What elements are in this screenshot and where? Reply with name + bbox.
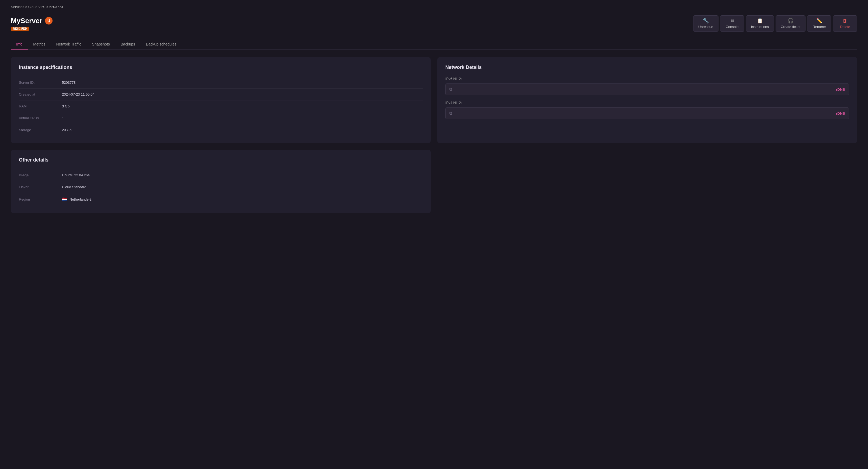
- tab-backups[interactable]: Backups: [115, 39, 141, 49]
- other-details-title: Other details: [19, 157, 423, 163]
- spec-label-created-at: Created at: [19, 92, 62, 96]
- ipv6-section: IPv6 NL-2: ⧉ rDNS: [445, 77, 849, 95]
- ipv4-section: IPv4 NL-2: ⧉ rDNS: [445, 101, 849, 119]
- ipv4-input-row: ⧉ rDNS: [445, 107, 849, 119]
- delete-button[interactable]: 🗑 Delete: [833, 15, 857, 32]
- tab-backup-schedules[interactable]: Backup schedules: [141, 39, 182, 49]
- spec-value-ram: 3 Gb: [62, 104, 69, 108]
- action-buttons: 🔧 Unrescue 🖥 Console 📋 Instructions 🎧 Cr…: [693, 15, 857, 32]
- breadcrumb: Services > Cloud VPS > 5203773: [11, 5, 857, 9]
- os-icon: U: [45, 17, 53, 25]
- spec-value-region: 🇳🇱 Netherlands-2: [62, 197, 92, 202]
- spec-label-server-id: Server ID:: [19, 80, 62, 85]
- tab-info[interactable]: Info: [11, 39, 28, 49]
- tab-snapshots[interactable]: Snapshots: [87, 39, 115, 49]
- spec-row-flavor: Flavor Cloud Standard: [19, 181, 423, 193]
- create-ticket-button[interactable]: 🎧 Create ticket: [776, 15, 806, 32]
- ipv4-rdns-button[interactable]: rDNS: [836, 111, 845, 115]
- instance-specs-card: Instance specifications Server ID: 52037…: [11, 57, 431, 143]
- netherlands-flag-icon: 🇳🇱: [62, 197, 67, 202]
- server-title-area: MyServer U RESCUED: [11, 17, 53, 31]
- spec-value-vcpus: 1: [62, 116, 64, 120]
- content-grid: Instance specifications Server ID: 52037…: [11, 57, 857, 143]
- spec-value-image: Ubuntu 22.04 x64: [62, 173, 90, 177]
- network-details-card: Network Details IPv6 NL-2: ⧉ rDNS IPv4 N…: [437, 57, 857, 143]
- tab-metrics[interactable]: Metrics: [28, 39, 51, 49]
- spec-row-vcpus: Virtual CPUs 1: [19, 112, 423, 124]
- other-details-card: Other details Image Ubuntu 22.04 x64 Fla…: [11, 150, 431, 213]
- server-title: MyServer U: [11, 17, 53, 25]
- tab-network-traffic[interactable]: Network Traffic: [51, 39, 87, 49]
- unrescue-icon: 🔧: [703, 18, 709, 23]
- spec-label-flavor: Flavor: [19, 185, 62, 189]
- status-badge: RESCUED: [11, 27, 29, 31]
- spec-value-storage: 20 Gb: [62, 128, 71, 132]
- network-details-title: Network Details: [445, 65, 849, 70]
- spec-value-created-at: 2024-07-23 11:55:04: [62, 92, 95, 96]
- spec-label-image: Image: [19, 173, 62, 177]
- instructions-icon: 📋: [757, 18, 763, 23]
- spec-row-image: Image Ubuntu 22.04 x64: [19, 169, 423, 181]
- rename-button[interactable]: ✏️ Rename: [807, 15, 831, 32]
- empty-right-col: [437, 150, 857, 213]
- main-page: Services > Cloud VPS > 5203773 MyServer …: [0, 0, 868, 224]
- ipv4-label: IPv4 NL-2:: [445, 101, 849, 105]
- console-icon: 🖥: [730, 18, 735, 23]
- spec-row-region: Region 🇳🇱 Netherlands-2: [19, 193, 423, 206]
- spec-row-created-at: Created at 2024-07-23 11:55:04: [19, 89, 423, 100]
- instructions-button[interactable]: 📋 Instructions: [746, 15, 774, 32]
- ipv6-label: IPv6 NL-2:: [445, 77, 849, 81]
- rename-icon: ✏️: [816, 18, 822, 23]
- spec-row-ram: RAM 3 Gb: [19, 100, 423, 112]
- header-row: MyServer U RESCUED 🔧 Unrescue 🖥 Console …: [11, 15, 857, 32]
- ipv6-rdns-button[interactable]: rDNS: [836, 88, 845, 92]
- spec-label-storage: Storage: [19, 128, 62, 132]
- console-button[interactable]: 🖥 Console: [720, 15, 744, 32]
- spec-label-region: Region: [19, 197, 62, 201]
- delete-icon: 🗑: [843, 18, 847, 23]
- spec-value-server-id: 5203773: [62, 80, 76, 85]
- create-ticket-icon: 🎧: [788, 18, 794, 23]
- ipv4-copy-icon[interactable]: ⧉: [450, 111, 452, 116]
- unrescue-button[interactable]: 🔧 Unrescue: [693, 15, 718, 32]
- ipv6-copy-icon[interactable]: ⧉: [450, 87, 452, 92]
- spec-row-storage: Storage 20 Gb: [19, 124, 423, 136]
- spec-label-vcpus: Virtual CPUs: [19, 116, 62, 120]
- spec-value-flavor: Cloud Standard: [62, 185, 86, 189]
- spec-row-server-id: Server ID: 5203773: [19, 77, 423, 89]
- server-name: MyServer: [11, 17, 42, 25]
- ipv6-input-row: ⧉ rDNS: [445, 83, 849, 95]
- instance-specs-title: Instance specifications: [19, 65, 423, 70]
- spec-label-ram: RAM: [19, 104, 62, 108]
- tabs-nav: Info Metrics Network Traffic Snapshots B…: [11, 39, 857, 49]
